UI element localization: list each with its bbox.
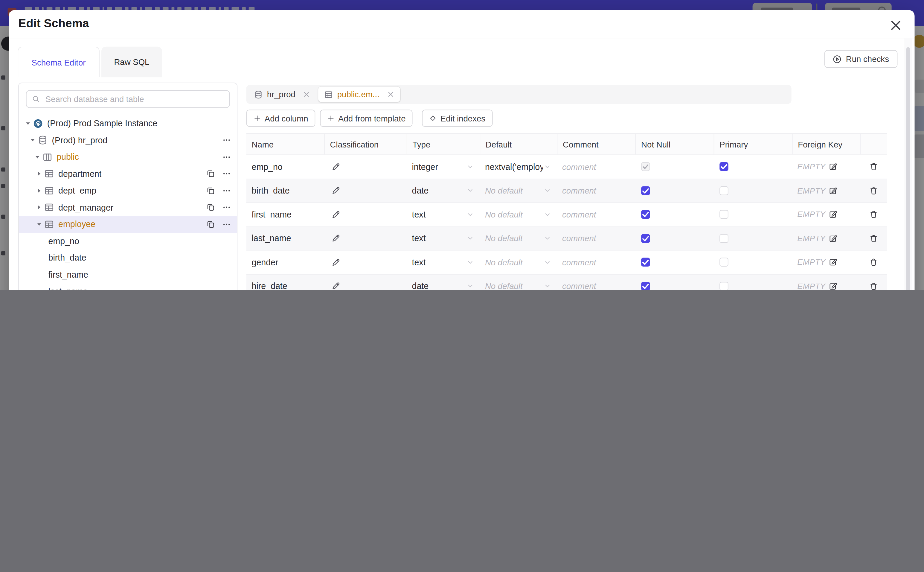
sidebar-item-emp_no[interactable]: emp_no [19, 233, 237, 250]
copy-icon[interactable] [206, 169, 215, 178]
chevron-right-icon[interactable] [36, 171, 42, 177]
primary-checkbox[interactable] [719, 282, 729, 290]
default-select[interactable]: nextval('employ [480, 155, 557, 178]
edit-classification-icon[interactable] [331, 281, 341, 290]
close-icon[interactable] [889, 19, 902, 32]
modal-scrollbar-thumb[interactable] [906, 47, 910, 290]
edit-classification-icon[interactable] [331, 186, 341, 195]
copy-icon[interactable] [206, 203, 215, 212]
copy-icon[interactable] [206, 220, 215, 229]
ellipsis-menu-icon[interactable] [222, 152, 231, 162]
tab-schema-editor[interactable]: Schema Editor [18, 47, 99, 77]
edit-foreign-key-icon[interactable] [829, 282, 837, 290]
type-select[interactable]: date [407, 179, 480, 202]
chevron-right-icon[interactable] [36, 205, 42, 210]
editor-tab-hr_prod[interactable]: hr_prod [248, 87, 316, 102]
column-name[interactable]: emp_no [251, 162, 282, 172]
sidebar-item-dept_manager[interactable]: dept_manager [19, 199, 237, 216]
column-name[interactable]: hire_date [251, 281, 287, 290]
chevron-down-icon[interactable] [35, 154, 40, 160]
edit-classification-icon[interactable] [331, 210, 341, 219]
edit-foreign-key-icon[interactable] [829, 258, 837, 267]
edit-classification-icon[interactable] [331, 162, 341, 172]
chevron-right-icon[interactable] [36, 188, 42, 193]
edit-foreign-key-icon[interactable] [829, 210, 837, 219]
sidebar-item-last_name[interactable]: last_name [19, 283, 237, 290]
primary-checkbox[interactable] [719, 186, 729, 195]
default-select[interactable]: No default [480, 275, 557, 290]
postgres-icon [33, 118, 43, 129]
not-null-checkbox[interactable] [641, 234, 650, 243]
not-null-checkbox[interactable] [641, 186, 650, 195]
comment-input[interactable]: comment [562, 210, 635, 219]
edit-classification-icon[interactable] [331, 234, 341, 243]
column-name[interactable]: birth_date [251, 186, 290, 195]
close-icon[interactable] [303, 91, 310, 98]
comment-input[interactable]: comment [562, 234, 635, 243]
editor-tab-public.em...[interactable]: public.em... [318, 87, 400, 102]
edit-foreign-key-icon[interactable] [829, 186, 837, 195]
sidebar-item-dept_emp[interactable]: dept_emp [19, 182, 237, 199]
ellipsis-menu-icon[interactable] [222, 136, 231, 145]
default-select[interactable]: No default [480, 251, 557, 274]
sidebar-item-public[interactable]: public [19, 149, 237, 165]
default-select[interactable]: No default [480, 179, 557, 202]
delete-column-icon[interactable] [869, 162, 878, 171]
edit-classification-icon[interactable] [331, 258, 341, 267]
sidebar-item-department[interactable]: department [19, 165, 237, 182]
type-select[interactable]: text [407, 203, 480, 226]
type-select[interactable]: date [407, 275, 480, 290]
close-icon[interactable] [387, 91, 394, 98]
database-search[interactable] [26, 90, 230, 108]
not-null-checkbox[interactable] [641, 162, 650, 171]
ellipsis-menu-icon[interactable] [222, 186, 231, 195]
delete-column-icon[interactable] [869, 258, 878, 267]
comment-input[interactable]: comment [562, 186, 635, 195]
table-icon [44, 185, 54, 196]
add-from-template-button[interactable]: Add from template [320, 110, 412, 127]
chevron-down-icon[interactable] [25, 121, 31, 126]
chevron-down-icon[interactable] [36, 222, 42, 227]
primary-checkbox[interactable] [719, 258, 729, 267]
column-row-first_name: first_nametextNo defaultcommentEMPTY [247, 203, 887, 227]
sidebar-item--Prod-Prod-Sample-Instance[interactable]: (Prod) Prod Sample Instance [19, 115, 237, 132]
primary-checkbox[interactable] [719, 210, 729, 219]
not-null-checkbox[interactable] [641, 282, 650, 290]
default-select[interactable]: No default [480, 203, 557, 226]
sidebar-item-birth_date[interactable]: birth_date [19, 250, 237, 266]
sidebar-item--Prod-hr_prod[interactable]: (Prod) hr_prod [19, 132, 237, 149]
default-placeholder: No default [485, 234, 543, 243]
tab-raw-sql[interactable]: Raw SQL [101, 47, 162, 77]
type-select[interactable]: text [407, 227, 480, 250]
ellipsis-menu-icon[interactable] [222, 203, 231, 212]
delete-column-icon[interactable] [869, 186, 878, 195]
type-select[interactable]: integer [407, 155, 480, 178]
column-name[interactable]: gender [251, 258, 278, 267]
run-checks-button[interactable]: Run checks [825, 50, 898, 68]
comment-input[interactable]: comment [562, 258, 635, 267]
sidebar-item-first_name[interactable]: first_name [19, 266, 237, 283]
column-name[interactable]: last_name [251, 234, 291, 243]
not-null-checkbox[interactable] [641, 210, 650, 219]
comment-input[interactable]: comment [562, 281, 635, 290]
database-search-input[interactable] [44, 94, 224, 104]
chevron-down-icon[interactable] [30, 138, 36, 143]
delete-column-icon[interactable] [869, 282, 878, 290]
primary-checkbox[interactable] [719, 234, 729, 243]
add-column-button[interactable]: Add column [247, 110, 315, 127]
type-select[interactable]: text [407, 251, 480, 274]
ellipsis-menu-icon[interactable] [222, 220, 231, 229]
edit-foreign-key-icon[interactable] [829, 234, 837, 243]
primary-checkbox[interactable] [719, 162, 729, 171]
delete-column-icon[interactable] [869, 234, 878, 243]
sidebar-item-employee[interactable]: employee [19, 216, 237, 232]
column-name[interactable]: first_name [251, 210, 291, 219]
delete-column-icon[interactable] [869, 210, 878, 219]
comment-input[interactable]: comment [562, 162, 635, 172]
edit-indexes-button[interactable]: Edit indexes [422, 110, 493, 127]
edit-foreign-key-icon[interactable] [829, 162, 837, 171]
default-select[interactable]: No default [480, 227, 557, 250]
not-null-checkbox[interactable] [641, 258, 650, 267]
copy-icon[interactable] [206, 186, 215, 195]
ellipsis-menu-icon[interactable] [222, 169, 231, 178]
